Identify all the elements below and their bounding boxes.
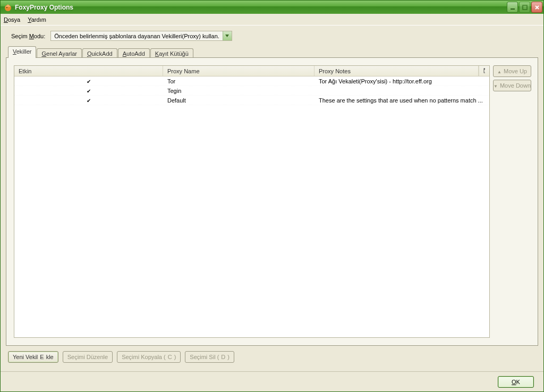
table-row[interactable]: DefaultThese are the settings that are u…	[14, 96, 489, 105]
cell-enabled	[14, 88, 163, 94]
svg-rect-2	[511, 8, 515, 10]
add-proxy-button[interactable]: Yeni Vekil Ekle	[8, 351, 58, 363]
content-area: Seçim Modu: Önceden belirlenmiş şablonla…	[1, 25, 543, 371]
table-row[interactable]: TorTor Ağı Vekaleti(Proxy'sisi) - http:/…	[14, 76, 489, 86]
tabstrip: Vekiller Genel Ayarlar QuickAdd AutoAdd …	[6, 46, 538, 58]
minimize-button[interactable]	[507, 2, 518, 13]
options-window: FoxyProxy Options Dosya Yardım Seçim Mod…	[0, 0, 544, 392]
column-picker-button[interactable]	[479, 66, 489, 76]
mode-label: Seçim Modu:	[11, 33, 45, 39]
table-row[interactable]: Tegin	[14, 86, 489, 96]
arrow-down-icon	[494, 82, 498, 89]
column-picker-icon	[483, 68, 485, 74]
copy-selection-button[interactable]: Seçimi Kopyala (C)	[117, 351, 181, 363]
edit-selection-button[interactable]: Seçimi Düzenle	[63, 351, 113, 363]
titlebar: FoxyProxy Options	[1, 1, 543, 14]
window-title: FoxyProxy Options	[15, 4, 507, 11]
grid-body: TorTor Ağı Vekaleti(Proxy'sisi) - http:/…	[14, 76, 489, 337]
reorder-buttons: Move Up Move Down	[493, 58, 538, 345]
cell-proxy-name: Tegin	[163, 88, 314, 94]
arrow-up-icon	[497, 68, 502, 74]
col-header-etkin[interactable]: Etkin	[14, 66, 163, 76]
cell-enabled	[14, 78, 163, 84]
close-button[interactable]	[531, 2, 542, 13]
col-header-name[interactable]: Proxy Name	[163, 66, 314, 76]
checkmark-icon	[87, 97, 91, 104]
grid-header: Etkin Proxy Name Proxy Notes	[14, 66, 489, 76]
checkmark-icon	[87, 78, 91, 84]
cell-proxy-name: Default	[163, 97, 314, 104]
maximize-button[interactable]	[519, 2, 530, 13]
proxy-grid[interactable]: Etkin Proxy Name Proxy Notes TorTor Ağı …	[14, 65, 490, 338]
move-down-button[interactable]: Move Down	[493, 80, 531, 91]
mode-row: Seçim Modu: Önceden belirlenmiş şablonla…	[6, 30, 538, 46]
cell-proxy-name: Tor	[163, 78, 314, 84]
titlebar-buttons	[507, 2, 542, 13]
move-up-button[interactable]: Move Up	[493, 65, 531, 77]
ok-button[interactable]: OK	[498, 376, 534, 388]
delete-selection-button[interactable]: Seçimi Sil (D)	[185, 351, 234, 363]
menubar: Dosya Yardım	[1, 14, 543, 25]
col-header-notes[interactable]: Proxy Notes	[314, 66, 479, 76]
bottom-button-row: Yeni Vekil Ekle Seçimi Düzenle Seçimi Ko…	[6, 346, 538, 366]
mode-select[interactable]: Önceden belirlenmiş şablonlara dayanan V…	[50, 31, 232, 41]
mode-select-value: Önceden belirlenmiş şablonlara dayanan V…	[51, 33, 223, 39]
svg-point-1	[6, 7, 7, 8]
app-icon	[4, 3, 12, 12]
tab-vekiller[interactable]: Vekiller	[8, 46, 36, 58]
cell-proxy-notes: Tor Ağı Vekaleti(Proxy'sisi) - http://to…	[314, 78, 489, 84]
tab-panel-vekiller: Etkin Proxy Name Proxy Notes TorTor Ağı …	[6, 57, 538, 346]
menu-help[interactable]: Yardım	[28, 16, 46, 23]
dialog-footer: OK	[1, 371, 543, 391]
cell-enabled	[14, 97, 163, 104]
checkmark-icon	[87, 88, 91, 94]
chevron-down-icon	[223, 31, 232, 40]
menu-file[interactable]: Dosya	[4, 16, 20, 23]
svg-rect-3	[523, 5, 527, 10]
cell-proxy-notes: These are the settings that are used whe…	[314, 97, 489, 104]
svg-rect-5	[484, 69, 485, 70]
